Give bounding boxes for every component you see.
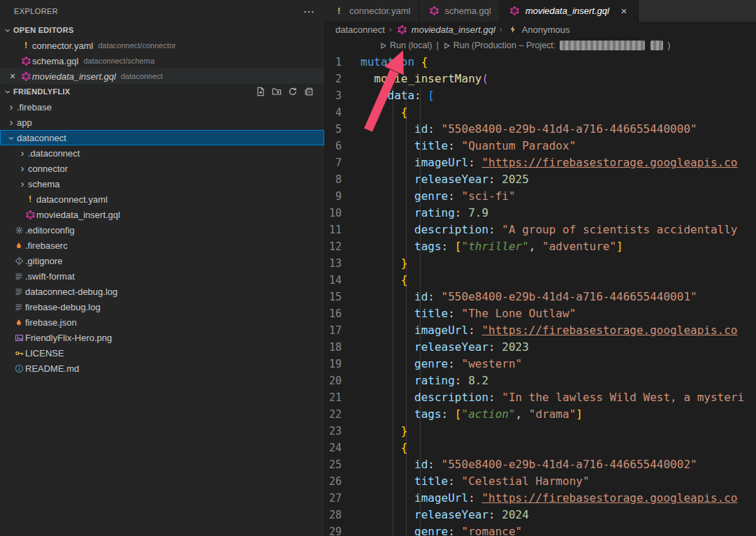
editor-description: dataconnect (121, 72, 163, 80)
code-line[interactable]: 16 title: "The Lone Outlaw" (324, 305, 756, 322)
code-line[interactable]: 4 { (324, 104, 756, 121)
close-editor-icon[interactable]: × (7, 71, 18, 82)
tree-item-.gitignore[interactable]: .gitignore (0, 253, 324, 268)
run-local-label: Run (local) (390, 41, 432, 50)
code-line[interactable]: 12 tags: ["thriller", "adventure"] (324, 238, 756, 255)
chevron-right-icon: › (17, 147, 28, 159)
code-line[interactable]: 18 releaseYear: 2023 (324, 339, 756, 356)
code-line[interactable]: 28 releaseYear: 2024 (324, 507, 756, 523)
open-editor-item-connector.yaml[interactable]: !connector.yamldataconnect/connector (0, 38, 324, 53)
tree-item-.dataconnect[interactable]: ›.dataconnect (0, 145, 324, 161)
code-line[interactable]: 17 imageUrl: "https://firebasestorage.go… (324, 322, 756, 339)
tree-item-.firebase[interactable]: ›.firebase (0, 99, 324, 115)
breadcrumb-item-moviedata_insert.gql[interactable]: moviedata_insert.gql (396, 24, 495, 35)
line-content: movie_insertMany( (361, 71, 488, 87)
code-line[interactable]: 5 id: "550e8400-e29b-41d4-a716-446655440… (324, 121, 756, 138)
tree-item-moviedata_insert.gql[interactable]: moviedata_insert.gql (0, 207, 324, 222)
file-name: .gitignore (25, 256, 62, 266)
code-line[interactable]: 22 tags: ["action", "drama"] (324, 406, 756, 423)
tree-item-firebase-debug.log[interactable]: firebase-debug.log (0, 299, 324, 314)
code-line[interactable]: 13 } (324, 255, 756, 272)
lines-icon (13, 287, 25, 296)
code-line[interactable]: 10 rating: 7.9 (324, 205, 756, 222)
line-number: 3 (324, 87, 361, 104)
code-line[interactable]: 15 id: "550e8400-e29b-41d4-a716-44665544… (324, 289, 756, 305)
close-tab-icon[interactable]: × (618, 5, 630, 17)
open-editor-item-schema.gql[interactable]: schema.gqldataconnect/schema (0, 53, 324, 68)
code-line[interactable]: 9 genre: "sci-fi" (324, 188, 756, 205)
line-number: 21 (324, 389, 361, 406)
code-lines: 1mutation {2 movie_insertMany(3 data: [4… (324, 54, 756, 536)
line-number: 5 (324, 121, 361, 138)
tree-item-.swift-format[interactable]: .swift-format (0, 268, 324, 284)
code-line[interactable]: 14 { (324, 272, 756, 289)
tree-item-dataconnect-debug.log[interactable]: dataconnect-debug.log (0, 284, 324, 299)
line-number: 17 (324, 322, 361, 339)
open-editor-item-moviedata_insert.gql[interactable]: ×moviedata_insert.gqldataconnect (0, 68, 324, 84)
line-number: 16 (324, 305, 361, 322)
chevron-down-icon: › (3, 25, 14, 36)
refresh-explorer-button[interactable] (287, 86, 298, 97)
code-line[interactable]: 20 rating: 8.2 (324, 372, 756, 389)
code-line[interactable]: 3 data: [ (324, 87, 756, 104)
workspace-header[interactable]: › FRIENDLYFLIX (0, 84, 324, 99)
run-local-codelens[interactable]: Run (local) (379, 41, 432, 50)
file-name: README.md (25, 363, 79, 374)
tree-item-dataconnect[interactable]: ›dataconnect (0, 130, 324, 145)
tab-moviedata_insert.gql[interactable]: moviedata_insert.gql× (500, 0, 639, 22)
tree-item-dataconnect.yaml[interactable]: !dataconnect.yaml (0, 191, 324, 207)
code-line[interactable]: 2 movie_insertMany( (324, 71, 756, 87)
file-name: .firebaserc (25, 240, 68, 251)
vscode-window: EXPLORER ⋯ › OPEN EDITORS !connector.yam… (0, 0, 756, 536)
tree-item-firebase.json[interactable]: firebase.json (0, 314, 324, 330)
code-line[interactable]: 7 imageUrl: "https://firebasestorage.goo… (324, 154, 756, 171)
line-number: 10 (324, 205, 361, 222)
collapse-folders-button[interactable] (303, 86, 314, 97)
code-line[interactable]: 24 { (324, 440, 756, 456)
line-number: 19 (324, 356, 361, 372)
breadcrumb-item-dataconnect[interactable]: dataconnect (335, 24, 385, 35)
code-line[interactable]: 6 title: "Quantum Paradox" (324, 138, 756, 154)
tree-item-.editorconfig[interactable]: .editorconfig (0, 222, 324, 238)
line-content: { (361, 272, 407, 289)
explorer-title: EXPLORER (14, 7, 58, 15)
file-name: firebase-debug.log (25, 302, 101, 312)
tree-item-README.md[interactable]: README.md (0, 361, 324, 376)
code-line[interactable]: 23 } (324, 423, 756, 440)
line-content: genre: "western" (361, 356, 522, 372)
code-line[interactable]: 25 id: "550e8400-e29b-41d4-a716-44665544… (324, 456, 756, 473)
code-line[interactable]: 19 genre: "western" (324, 356, 756, 372)
breadcrumb-label: dataconnect (335, 24, 385, 35)
open-editors-header[interactable]: › OPEN EDITORS (0, 22, 324, 38)
run-production-codelens[interactable]: Run (Production – Project:) (443, 41, 671, 50)
tree-item-connector[interactable]: ›connector (0, 161, 324, 176)
tab-schema.gql[interactable]: schema.gql (419, 0, 500, 22)
line-number: 8 (324, 171, 361, 188)
code-line[interactable]: 26 title: "Celestial Harmony" (324, 473, 756, 490)
run-production-label: Run (Production – Project: (453, 41, 556, 50)
tree-item-.firebaserc[interactable]: .firebaserc (0, 238, 324, 253)
more-actions-icon[interactable]: ⋯ (303, 5, 314, 18)
code-editor[interactable]: Run (local)|Run (Production – Project:) … (324, 37, 756, 536)
line-number: 14 (324, 272, 361, 289)
file-tree: ›.firebase›app›dataconnect›.dataconnect›… (0, 99, 324, 376)
breadcrumb-item-Anonymous[interactable]: Anonymous (507, 24, 570, 35)
new-file-button[interactable] (255, 86, 266, 97)
run-production-closing: ) (667, 41, 670, 50)
code-line[interactable]: 21 description: "In the lawless Wild Wes… (324, 389, 756, 406)
tree-item-schema[interactable]: ›schema (0, 176, 324, 191)
tree-item-FriendlyFlix-Hero.png[interactable]: FriendlyFlix-Hero.png (0, 330, 324, 345)
new-folder-button[interactable] (271, 86, 282, 97)
code-line[interactable]: 1mutation { (324, 54, 756, 71)
code-line[interactable]: 27 imageUrl: "https://firebasestorage.go… (324, 490, 756, 507)
tree-item-LICENSE[interactable]: LICENSE (0, 345, 324, 361)
warning-icon: ! (333, 6, 345, 16)
tree-item-app[interactable]: ›app (0, 115, 324, 130)
tab-connector.yaml[interactable]: !connector.yaml (324, 0, 419, 22)
code-line[interactable]: 8 releaseYear: 2025 (324, 171, 756, 188)
chevron-right-icon: › (6, 101, 17, 113)
line-content: genre: "sci-fi" (361, 188, 516, 205)
code-line[interactable]: 29 genre: "romance" (324, 523, 756, 536)
key-icon (13, 349, 25, 358)
code-line[interactable]: 11 description: "A group of scientists a… (324, 222, 756, 238)
